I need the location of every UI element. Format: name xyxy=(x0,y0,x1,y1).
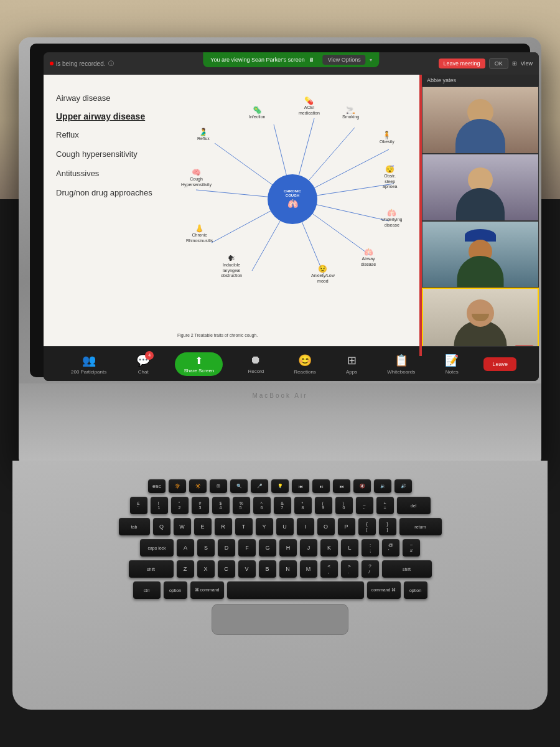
video-tile-1 xyxy=(422,87,539,154)
key-shift-right[interactable]: shift xyxy=(382,560,432,578)
participants-icon: 👥 xyxy=(82,354,96,367)
key-f1[interactable]: 🔆 xyxy=(169,479,186,493)
laptop-shell: is being recorded. ⓘ You are viewing Sea… xyxy=(19,37,541,461)
key-9[interactable]: (9 xyxy=(315,497,332,514)
key-option-right[interactable]: option xyxy=(404,581,427,599)
key-f3[interactable]: ⊞ xyxy=(210,479,227,493)
key-f10[interactable]: 🔇 xyxy=(353,479,371,493)
key-e[interactable]: E xyxy=(194,518,212,535)
key-b[interactable]: B xyxy=(259,560,276,578)
participants-count: 200 xyxy=(71,369,79,375)
key-j[interactable]: J xyxy=(300,539,317,557)
key-c[interactable]: C xyxy=(218,560,235,578)
key-cmd-right[interactable]: command ⌘ xyxy=(367,581,401,599)
whiteboards-icon: 📋 xyxy=(394,354,408,367)
key-l[interactable]: L xyxy=(341,539,358,557)
asdf-key-row: caps lock A S D F G H J K L :; @' ~# xyxy=(37,539,523,557)
key-f6[interactable]: 💡 xyxy=(271,479,289,493)
key-return-top[interactable]: return xyxy=(399,518,442,535)
leave-button[interactable]: Leave xyxy=(483,357,516,371)
key-o[interactable]: O xyxy=(317,518,335,535)
key-f9[interactable]: ⏭ xyxy=(333,479,350,493)
key-n[interactable]: N xyxy=(279,560,297,578)
label-acei: 💊ACEImedication xyxy=(299,96,320,116)
key-a[interactable]: A xyxy=(177,539,194,557)
key-3[interactable]: #3 xyxy=(192,497,209,514)
zoom-toolbar: 👥 200 Participants 4 💬 Chat ⬆ Share Scre… xyxy=(44,346,539,381)
participants-button[interactable]: 👥 200 Participants xyxy=(66,351,111,377)
key-p[interactable]: P xyxy=(338,518,355,535)
key-6[interactable]: ^6 xyxy=(253,497,271,514)
key-period[interactable]: >. xyxy=(341,560,358,578)
key-backtick[interactable]: £` xyxy=(130,497,147,514)
key-f7[interactable]: ⏮ xyxy=(292,479,309,493)
label-inducible: 🗣Induciblelaryngealobstruction xyxy=(221,254,242,279)
key-bracket-r[interactable]: }] xyxy=(379,518,396,535)
key-space[interactable] xyxy=(227,581,364,599)
screen-share-banner: You are viewing Sean Parker's screen 🖥 V… xyxy=(203,52,379,67)
key-2[interactable]: "2 xyxy=(171,497,189,514)
reactions-button[interactable]: 😊 Reactions xyxy=(289,351,321,377)
key-f2[interactable]: 🔆 xyxy=(189,479,207,493)
key-capslock[interactable]: caps lock xyxy=(140,539,174,557)
key-w[interactable]: W xyxy=(174,518,191,535)
key-cmd-left[interactable]: ⌘ command xyxy=(190,581,224,599)
ok-button[interactable]: OK xyxy=(489,58,508,69)
key-f11[interactable]: 🔉 xyxy=(374,479,391,493)
key-f8[interactable]: ⏯ xyxy=(312,479,330,493)
key-4[interactable]: $4 xyxy=(212,497,230,514)
key-k[interactable]: K xyxy=(320,539,338,557)
key-f5[interactable]: 🎤 xyxy=(251,479,268,493)
notes-button[interactable]: 📝 Notes xyxy=(440,351,464,377)
key-1[interactable]: !1 xyxy=(151,497,168,514)
key-8[interactable]: *8 xyxy=(294,497,312,514)
chat-button[interactable]: 4 💬 Chat xyxy=(131,351,155,377)
key-f12[interactable]: 🔊 xyxy=(394,479,412,493)
key-t[interactable]: T xyxy=(235,518,253,535)
key-x[interactable]: X xyxy=(197,560,215,578)
view-options-button[interactable]: View Options xyxy=(323,55,366,65)
key-h[interactable]: H xyxy=(279,539,297,557)
key-s[interactable]: S xyxy=(197,539,215,557)
key-slash[interactable]: ?/ xyxy=(362,560,379,578)
key-u[interactable]: U xyxy=(276,518,294,535)
key-r[interactable]: R xyxy=(215,518,232,535)
share-banner-text: You are viewing Sean Parker's screen xyxy=(210,57,304,63)
key-tab[interactable]: tab xyxy=(119,518,150,535)
key-f4[interactable]: 🔍 xyxy=(230,479,248,493)
key-esc[interactable]: esc xyxy=(148,479,166,493)
whiteboards-button[interactable]: 📋 Whiteboards xyxy=(382,351,420,377)
share-screen-button[interactable]: ⬆ Share Screen xyxy=(175,352,223,376)
keyboard-area: esc 🔆 🔆 ⊞ 🔍 🎤 💡 ⏮ ⏯ ⏭ 🔇 🔉 🔊 £` !1 "2 #3 … xyxy=(12,461,548,710)
key-bracket-l[interactable]: {[ xyxy=(358,518,376,535)
trackpad[interactable] xyxy=(212,604,348,635)
key-m[interactable]: M xyxy=(300,560,317,578)
keyboard-inner: esc 🔆 🔆 ⊞ 🔍 🎤 💡 ⏮ ⏯ ⏭ 🔇 🔉 🔊 £` !1 "2 #3 … xyxy=(12,461,548,647)
key-i[interactable]: I xyxy=(297,518,314,535)
key-q[interactable]: Q xyxy=(153,518,170,535)
leave-meeting-button[interactable]: Leave meeting xyxy=(439,59,485,68)
key-minus[interactable]: _- xyxy=(356,497,373,514)
record-button[interactable]: ⏺ Record xyxy=(243,351,269,377)
key-y[interactable]: Y xyxy=(256,518,273,535)
key-ctrl[interactable]: ctrl xyxy=(133,581,161,599)
key-shift-left[interactable]: shift xyxy=(129,560,174,578)
key-tilde[interactable]: ~# xyxy=(403,539,420,557)
key-option-left[interactable]: option xyxy=(164,581,187,599)
key-0[interactable]: )0 xyxy=(335,497,353,514)
key-equals[interactable]: += xyxy=(376,497,394,514)
key-comma[interactable]: <, xyxy=(320,560,338,578)
key-f[interactable]: F xyxy=(238,539,256,557)
key-quote[interactable]: @' xyxy=(382,539,399,557)
key-g[interactable]: G xyxy=(259,539,276,557)
label-smoking: 🚬Smoking xyxy=(342,106,359,120)
key-delete[interactable]: del xyxy=(397,497,431,514)
key-d[interactable]: D xyxy=(218,539,235,557)
key-5[interactable]: %5 xyxy=(233,497,250,514)
label-underlying: 🫁Underlyingdisease xyxy=(381,209,402,228)
key-v[interactable]: V xyxy=(238,560,256,578)
key-semicolon[interactable]: :; xyxy=(362,539,379,557)
apps-button[interactable]: ⊞ Apps xyxy=(341,351,362,377)
key-7[interactable]: &7 xyxy=(274,497,291,514)
key-z[interactable]: Z xyxy=(177,560,194,578)
